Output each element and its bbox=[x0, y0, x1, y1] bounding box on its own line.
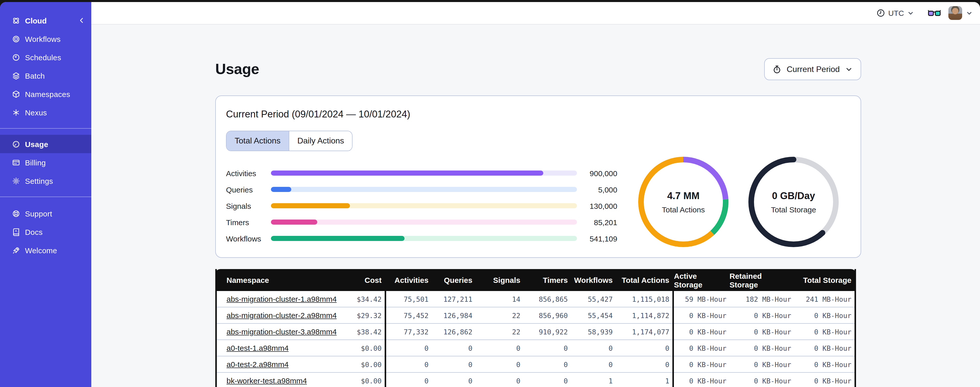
cell-cost: $0.00 bbox=[339, 340, 385, 357]
cell-workflows: 0 bbox=[571, 357, 616, 373]
namespace-link[interactable]: abs-migration-cluster-1.a98mm4 bbox=[226, 294, 337, 303]
bar-row-activities: Activities900,000 bbox=[226, 165, 617, 181]
cell-signals: 0 bbox=[476, 340, 523, 357]
bar-track bbox=[271, 236, 577, 241]
tab-daily-actions[interactable]: Daily Actions bbox=[289, 131, 352, 150]
sidebar-item-label: Support bbox=[25, 209, 52, 218]
cell-active_storage: 0 KB-Hour bbox=[674, 373, 730, 387]
sidebar-item-schedules[interactable]: Schedules bbox=[0, 48, 91, 66]
cell-timers: 910,922 bbox=[523, 324, 571, 340]
table-row: a0-test-2.a98mm4$0.000000000 KB-Hour0 KB… bbox=[217, 357, 854, 373]
table-row: abs-migration-cluster-3.a98mm4$38.4277,3… bbox=[217, 324, 854, 340]
cell-total_storage: 0 KB-Hour bbox=[794, 357, 854, 373]
table-row: abs-migration-cluster-2.a98mm4$29.3275,4… bbox=[217, 307, 854, 324]
timezone-dropdown[interactable]: UTC bbox=[877, 9, 914, 18]
action-bars-chart: Activities900,000Queries5,000Signals130,… bbox=[226, 165, 617, 246]
bar-value: 5,000 bbox=[582, 185, 617, 194]
user-avatar[interactable] bbox=[948, 6, 962, 20]
cell-namespace: a0-test-1.a98mm4 bbox=[217, 340, 339, 357]
cell-total_actions: 1,174,077 bbox=[616, 324, 672, 340]
sidebar-item-welcome[interactable]: Welcome bbox=[0, 241, 91, 259]
bar-label: Timers bbox=[226, 218, 271, 226]
cell-workflows: 55,454 bbox=[571, 307, 616, 324]
namespace-link[interactable]: abs-migration-cluster-3.a98mm4 bbox=[226, 327, 337, 336]
welcome-icon bbox=[12, 246, 21, 254]
bar-fill bbox=[271, 236, 404, 241]
sidebar-item-docs[interactable]: Docs bbox=[0, 222, 91, 241]
cell-timers: 856,865 bbox=[523, 291, 571, 307]
sidebar-divider bbox=[0, 197, 91, 197]
donut-label: Total Storage bbox=[771, 205, 816, 214]
top-header: UTC bbox=[91, 2, 980, 24]
cell-namespace: a0-test-2.a98mm4 bbox=[217, 357, 339, 373]
schedules-icon bbox=[12, 53, 21, 62]
tab-total-actions[interactable]: Total Actions bbox=[226, 131, 289, 150]
sidebar-item-billing[interactable]: Billing bbox=[0, 153, 91, 171]
cell-retained_storage: 0 KB-Hour bbox=[730, 307, 794, 324]
bar-track bbox=[271, 219, 577, 225]
sidebar-item-batch[interactable]: Batch bbox=[0, 66, 91, 85]
cell-workflows: 0 bbox=[571, 340, 616, 357]
sidebar-group-main: Workflows Schedules Batch Namespaces Nex… bbox=[0, 30, 91, 122]
namespace-link[interactable]: a0-test-1.a98mm4 bbox=[226, 344, 288, 352]
namespace-link[interactable]: abs-migration-cluster-2.a98mm4 bbox=[226, 311, 337, 320]
chevron-down-icon bbox=[907, 10, 914, 17]
cell-queries: 127,211 bbox=[431, 291, 476, 307]
donut-center: 0 GB/DayTotal Storage bbox=[748, 157, 839, 247]
column-header-total_actions: Total Actions bbox=[616, 269, 672, 291]
timezone-label: UTC bbox=[888, 9, 904, 18]
labs-toggle[interactable] bbox=[928, 9, 941, 18]
cell-activities: 0 bbox=[386, 373, 431, 387]
sidebar-item-usage[interactable]: Usage bbox=[0, 135, 91, 153]
cell-timers: 856,960 bbox=[523, 307, 571, 324]
sidebar-item-support[interactable]: Support bbox=[0, 204, 91, 222]
bar-value: 541,109 bbox=[582, 234, 617, 243]
cell-retained_storage: 0 KB-Hour bbox=[730, 373, 794, 387]
namespaces-icon bbox=[12, 90, 21, 98]
chevron-down-icon bbox=[845, 65, 853, 73]
sidebar-item-label: Settings bbox=[25, 176, 53, 185]
bar-value: 130,000 bbox=[582, 201, 617, 210]
bar-track bbox=[271, 203, 577, 208]
cell-active_storage: 0 KB-Hour bbox=[674, 307, 730, 324]
donut-value: 0 GB/Day bbox=[772, 190, 815, 201]
cell-queries: 0 bbox=[431, 357, 476, 373]
sidebar-logo-label: Cloud bbox=[25, 16, 78, 25]
column-header-signals: Signals bbox=[476, 269, 523, 291]
cell-namespace: bk-worker-test.a98mm4 bbox=[217, 373, 339, 387]
cell-signals: 0 bbox=[476, 373, 523, 387]
batch-icon bbox=[12, 71, 21, 80]
bar-row-signals: Signals130,000 bbox=[226, 198, 617, 214]
donut-value: 4.7 MM bbox=[667, 190, 700, 201]
cell-timers: 0 bbox=[523, 357, 571, 373]
cell-total_actions: 1,115,018 bbox=[616, 291, 672, 307]
account-menu-toggle[interactable] bbox=[966, 10, 973, 17]
cell-cost: $29.32 bbox=[339, 307, 385, 324]
cell-total_storage: 0 KB-Hour bbox=[794, 373, 854, 387]
cell-timers: 0 bbox=[523, 373, 571, 387]
sidebar-logo-row[interactable]: Cloud bbox=[12, 15, 85, 26]
cell-namespace: abs-migration-cluster-1.a98mm4 bbox=[217, 291, 339, 307]
sidebar-item-workflows[interactable]: Workflows bbox=[0, 30, 91, 48]
cell-cost: $0.00 bbox=[339, 357, 385, 373]
docs-icon bbox=[12, 227, 21, 236]
column-header-retained_storage: Retained Storage bbox=[730, 269, 794, 291]
sidebar-item-nexus[interactable]: Nexus bbox=[0, 103, 91, 122]
sidebar-collapse-icon[interactable] bbox=[78, 17, 85, 24]
cell-signals: 0 bbox=[476, 357, 523, 373]
sidebar-item-settings[interactable]: Settings bbox=[0, 171, 91, 190]
cell-total_actions: 0 bbox=[616, 357, 672, 373]
cell-signals: 22 bbox=[476, 307, 523, 324]
bar-fill bbox=[271, 203, 350, 208]
namespace-link[interactable]: bk-worker-test.a98mm4 bbox=[226, 376, 307, 385]
table-row: a0-test-1.a98mm4$0.000000000 KB-Hour0 KB… bbox=[217, 340, 854, 357]
namespace-link[interactable]: a0-test-2.a98mm4 bbox=[226, 360, 288, 369]
sidebar-item-namespaces[interactable]: Namespaces bbox=[0, 85, 91, 103]
period-selector-button[interactable]: Current Period bbox=[764, 58, 861, 80]
donut-center: 4.7 MMTotal Actions bbox=[638, 157, 729, 247]
browser-window: Cloud Workflows Schedules Batch bbox=[0, 2, 980, 387]
bar-value: 85,201 bbox=[582, 218, 617, 226]
workflows-icon bbox=[12, 34, 21, 43]
cell-signals: 22 bbox=[476, 324, 523, 340]
column-header-total_storage: Total Storage bbox=[794, 269, 854, 291]
